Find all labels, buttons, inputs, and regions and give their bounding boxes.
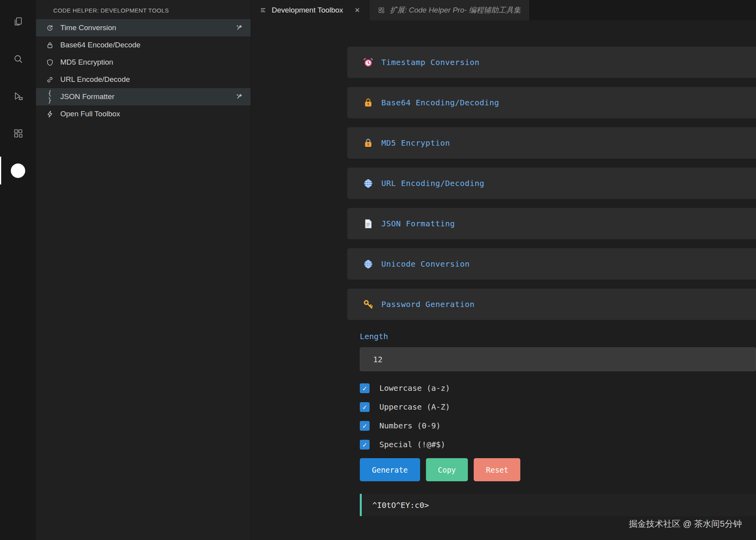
section-title: Password Generation: [381, 300, 475, 309]
extensions-icon: [13, 128, 23, 139]
sidebar-item-time-conversion[interactable]: Time Conversion: [36, 19, 251, 36]
option-special[interactable]: Special (!@#$): [360, 439, 756, 450]
option-numbers[interactable]: Numbers (0-9): [360, 421, 756, 431]
link-icon: [45, 75, 54, 84]
tools-icon[interactable]: [236, 24, 243, 31]
length-input[interactable]: [360, 347, 756, 371]
sidebar-title: CODE HELPER: DEVELOPMENT TOOLS: [36, 0, 251, 19]
tab-extension-code-helper-pro[interactable]: 扩展: Code Helper Pro- 编程辅助工具集: [369, 0, 530, 20]
white-circle-icon: [9, 162, 27, 180]
generate-button[interactable]: Generate: [360, 458, 420, 481]
search-icon: [13, 54, 23, 64]
options-list: Lowercase (a-z) Uppercase (A-Z) Numbers …: [360, 383, 756, 450]
history-icon: [45, 23, 54, 33]
option-label: Uppercase (A-Z): [379, 402, 450, 412]
explorer-button[interactable]: [0, 3, 36, 40]
checkbox-checked-icon[interactable]: [360, 440, 370, 450]
section-title: Base64 Encoding/Decoding: [381, 98, 499, 107]
activity-bar: [0, 0, 36, 540]
sidebar-item-label: URL Encode/Decode: [60, 75, 130, 84]
reset-button[interactable]: Reset: [474, 458, 520, 481]
extensions-icon: [378, 7, 385, 14]
option-label: Numbers (0-9): [379, 421, 441, 430]
sidebar-item-json-formatter[interactable]: { } JSON Formatter: [36, 88, 251, 105]
checkbox-checked-icon[interactable]: [360, 402, 370, 412]
option-label: Lowercase (a-z): [379, 383, 450, 393]
section-timestamp-conversion[interactable]: Timestamp Conversion: [347, 47, 756, 78]
tools-icon[interactable]: [236, 93, 243, 100]
alarm-clock-icon: [363, 57, 373, 68]
document-icon: [363, 219, 373, 229]
run-and-debug-button[interactable]: [0, 78, 36, 115]
section-unicode[interactable]: Unicode Conversion: [347, 248, 756, 280]
sidebar-item-label: Open Full Toolbox: [60, 110, 120, 118]
section-title: JSON Formatting: [381, 219, 455, 228]
sidebar-code-helper: CODE HELPER: DEVELOPMENT TOOLS Time Conv…: [36, 0, 251, 540]
extensions-button[interactable]: [0, 115, 36, 152]
sidebar-item-url[interactable]: URL Encode/Decode: [36, 71, 251, 88]
sidebar-item-label: Base64 Encode/Decode: [60, 41, 141, 49]
button-row: Generate Copy Reset: [360, 458, 756, 481]
section-url[interactable]: URL Encoding/Decoding: [347, 168, 756, 199]
key-icon: [363, 299, 373, 310]
password-result-text: ^I0tO^EY:c0>: [372, 500, 429, 510]
locked-with-key-icon: [363, 98, 373, 108]
section-md5[interactable]: MD5 Encryption: [347, 127, 756, 159]
sidebar-item-label: MD5 Encryption: [60, 58, 113, 67]
length-label: Length: [360, 332, 756, 341]
tab-label: Development Toolbox: [272, 6, 343, 14]
tab-bar: Development Toolbox ✕ 扩展: Code Helper Pr…: [251, 0, 756, 20]
sidebar-item-label: Time Conversion: [60, 23, 116, 32]
code-helper-view-button[interactable]: [0, 152, 36, 189]
copy-button[interactable]: Copy: [426, 458, 468, 481]
option-lowercase[interactable]: Lowercase (a-z): [360, 383, 756, 393]
section-title: MD5 Encryption: [381, 138, 450, 148]
zap-icon: [45, 109, 54, 119]
sidebar-item-base64[interactable]: Base64 Encode/Decode: [36, 36, 251, 54]
debug-icon: [13, 91, 23, 101]
tab-development-toolbox[interactable]: Development Toolbox ✕: [251, 0, 369, 20]
section-title: Unicode Conversion: [381, 259, 470, 269]
watermark: 掘金技术社区 @ 茶水间5分钟: [629, 518, 742, 530]
close-icon[interactable]: ✕: [354, 6, 360, 14]
section-base64[interactable]: Base64 Encoding/Decoding: [347, 87, 756, 118]
password-generator-panel: Length Lowercase (a-z) Uppercase (A-Z) N…: [360, 332, 756, 516]
sidebar-item-open-full-toolbox[interactable]: Open Full Toolbox: [36, 105, 251, 123]
padlock-icon: [363, 138, 373, 148]
section-password-generation[interactable]: Password Generation: [347, 289, 756, 320]
vscode-window: CODE HELPER: DEVELOPMENT TOOLS Time Conv…: [0, 0, 756, 540]
development-toolbox-webview: Timestamp Conversion Base64 Encoding/Dec…: [251, 20, 756, 540]
section-title: Timestamp Conversion: [381, 58, 480, 67]
tab-label: 扩展: Code Helper Pro- 编程辅助工具集: [390, 5, 521, 15]
sidebar-item-md5[interactable]: MD5 Encryption: [36, 54, 251, 71]
option-uppercase[interactable]: Uppercase (A-Z): [360, 402, 756, 412]
section-json[interactable]: JSON Formatting: [347, 208, 756, 239]
checkbox-checked-icon[interactable]: [360, 421, 370, 431]
files-icon: [13, 16, 23, 27]
list-icon: [260, 7, 267, 14]
editor-area: Development Toolbox ✕ 扩展: Code Helper Pr…: [251, 0, 756, 540]
option-label: Special (!@#$): [379, 440, 446, 449]
lock-icon: [45, 40, 54, 50]
shield-icon: [45, 58, 54, 67]
search-button[interactable]: [0, 40, 36, 78]
checkbox-checked-icon[interactable]: [360, 383, 370, 393]
json-braces-icon: { }: [45, 90, 54, 104]
globe-icon: [363, 178, 373, 189]
sidebar-item-label: JSON Formatter: [60, 92, 114, 101]
globe-icon: [363, 259, 373, 269]
section-title: URL Encoding/Decoding: [381, 179, 484, 188]
password-result: ^I0tO^EY:c0>: [360, 494, 756, 516]
